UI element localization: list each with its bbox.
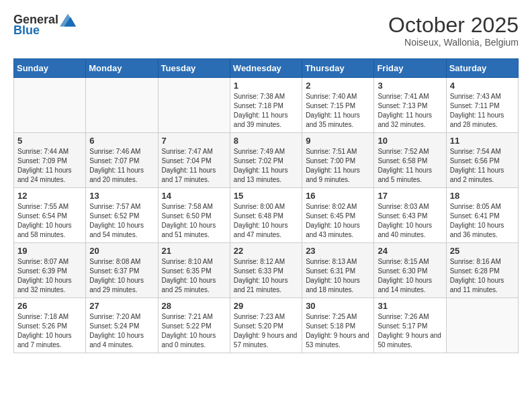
- calendar-cell: 1Sunrise: 7:38 AMSunset: 7:18 PMDaylight…: [230, 78, 302, 133]
- day-number: 24: [378, 246, 442, 256]
- day-number: 14: [162, 191, 226, 201]
- cell-content: Sunrise: 7:26 AM: [378, 312, 442, 322]
- cell-content: Sunrise: 7:21 AM: [162, 312, 226, 322]
- cell-content: Sunset: 6:35 PM: [162, 267, 226, 276]
- cell-content: Sunset: 5:18 PM: [306, 322, 370, 331]
- cell-content: Daylight: 11 hours and 5 minutes.: [378, 166, 442, 185]
- cell-content: Daylight: 10 hours and 21 minutes.: [234, 276, 298, 295]
- cell-content: Sunrise: 8:15 AM: [378, 257, 442, 267]
- cell-content: Sunrise: 8:16 AM: [450, 257, 515, 267]
- calendar-cell: 6Sunrise: 7:46 AMSunset: 7:07 PMDaylight…: [86, 133, 158, 188]
- cell-content: Sunset: 7:18 PM: [234, 101, 298, 111]
- cell-content: Sunrise: 7:23 AM: [234, 312, 298, 322]
- weekday-header-friday: Friday: [374, 59, 446, 78]
- page-header: General Blue October 2025 Noiseux, Wallo…: [13, 13, 519, 48]
- cell-content: Sunset: 6:50 PM: [162, 212, 226, 221]
- cell-content: Daylight: 11 hours and 20 minutes.: [89, 166, 154, 185]
- cell-content: Sunrise: 7:46 AM: [89, 147, 154, 156]
- weekday-header-sunday: Sunday: [14, 59, 86, 78]
- cell-content: Sunset: 5:20 PM: [234, 322, 298, 331]
- day-number: 31: [378, 301, 442, 311]
- cell-content: Daylight: 11 hours and 28 minutes.: [450, 111, 515, 130]
- cell-content: Sunset: 7:09 PM: [17, 156, 82, 166]
- weekday-header-wednesday: Wednesday: [230, 59, 302, 78]
- cell-content: Sunrise: 7:51 AM: [306, 147, 370, 156]
- month-title: October 2025: [388, 13, 519, 37]
- calendar-cell: [158, 78, 230, 133]
- cell-content: Daylight: 11 hours and 2 minutes.: [450, 166, 515, 185]
- cell-content: Sunrise: 8:08 AM: [89, 257, 154, 267]
- calendar-cell: 2Sunrise: 7:40 AMSunset: 7:15 PMDaylight…: [302, 78, 374, 133]
- calendar-cell: 3Sunrise: 7:41 AMSunset: 7:13 PMDaylight…: [374, 78, 446, 133]
- cell-content: Sunset: 5:24 PM: [89, 322, 154, 331]
- cell-content: Daylight: 10 hours and 18 minutes.: [306, 276, 370, 295]
- day-number: 8: [234, 136, 298, 146]
- day-number: 20: [89, 246, 154, 256]
- cell-content: Sunset: 6:41 PM: [450, 212, 515, 221]
- calendar-cell: [446, 298, 518, 353]
- week-row-4: 19Sunrise: 8:07 AMSunset: 6:39 PMDayligh…: [14, 243, 519, 298]
- day-number: 4: [450, 81, 515, 91]
- cell-content: Daylight: 10 hours and 32 minutes.: [17, 276, 82, 295]
- weekday-header-tuesday: Tuesday: [158, 59, 230, 78]
- calendar-cell: 20Sunrise: 8:08 AMSunset: 6:37 PMDayligh…: [86, 243, 158, 298]
- location: Noiseux, Wallonia, Belgium: [388, 37, 519, 48]
- cell-content: Sunrise: 8:10 AM: [162, 257, 226, 267]
- day-number: 3: [378, 81, 442, 91]
- cell-content: Sunset: 5:26 PM: [17, 322, 82, 331]
- cell-content: Sunset: 7:00 PM: [306, 156, 370, 166]
- title-area: October 2025 Noiseux, Wallonia, Belgium: [388, 13, 519, 48]
- logo: General Blue: [13, 13, 76, 38]
- calendar-cell: 11Sunrise: 7:54 AMSunset: 6:56 PMDayligh…: [446, 133, 518, 188]
- cell-content: Daylight: 10 hours and 25 minutes.: [162, 276, 226, 295]
- calendar-cell: [14, 78, 86, 133]
- week-row-2: 5Sunrise: 7:44 AMSunset: 7:09 PMDaylight…: [14, 133, 519, 188]
- cell-content: Sunrise: 7:49 AM: [234, 147, 298, 156]
- logo-blue: Blue: [13, 24, 40, 38]
- day-number: 15: [234, 191, 298, 201]
- calendar-cell: 21Sunrise: 8:10 AMSunset: 6:35 PMDayligh…: [158, 243, 230, 298]
- cell-content: Sunset: 7:07 PM: [89, 156, 154, 166]
- cell-content: Sunrise: 8:00 AM: [234, 202, 298, 212]
- day-number: 23: [306, 246, 370, 256]
- cell-content: Sunrise: 8:07 AM: [17, 257, 82, 267]
- day-number: 28: [162, 301, 226, 311]
- week-row-5: 26Sunrise: 7:18 AMSunset: 5:26 PMDayligh…: [14, 298, 519, 353]
- cell-content: Daylight: 11 hours and 32 minutes.: [378, 111, 442, 130]
- weekday-header-row: SundayMondayTuesdayWednesdayThursdayFrid…: [14, 59, 519, 78]
- cell-content: Sunrise: 7:38 AM: [234, 92, 298, 101]
- day-number: 2: [306, 81, 370, 91]
- cell-content: Sunrise: 8:03 AM: [378, 202, 442, 212]
- day-number: 17: [378, 191, 442, 201]
- day-number: 27: [89, 301, 154, 311]
- cell-content: Daylight: 10 hours and 4 minutes.: [89, 331, 154, 350]
- cell-content: Sunset: 6:58 PM: [378, 156, 442, 166]
- calendar-cell: 16Sunrise: 8:02 AMSunset: 6:45 PMDayligh…: [302, 188, 374, 243]
- cell-content: Sunset: 6:28 PM: [450, 267, 515, 276]
- day-number: 21: [162, 246, 226, 256]
- calendar-cell: 9Sunrise: 7:51 AMSunset: 7:00 PMDaylight…: [302, 133, 374, 188]
- day-number: 13: [89, 191, 154, 201]
- calendar-table: SundayMondayTuesdayWednesdayThursdayFrid…: [13, 58, 519, 353]
- cell-content: Daylight: 10 hours and 40 minutes.: [378, 221, 442, 240]
- cell-content: Sunrise: 7:20 AM: [89, 312, 154, 322]
- day-number: 22: [234, 246, 298, 256]
- cell-content: Sunrise: 7:25 AM: [306, 312, 370, 322]
- cell-content: Daylight: 10 hours and 43 minutes.: [306, 221, 370, 240]
- cell-content: Sunrise: 7:52 AM: [378, 147, 442, 156]
- calendar-cell: 4Sunrise: 7:43 AMSunset: 7:11 PMDaylight…: [446, 78, 518, 133]
- day-number: 18: [450, 191, 515, 201]
- cell-content: Daylight: 10 hours and 7 minutes.: [17, 331, 82, 350]
- calendar-cell: 19Sunrise: 8:07 AMSunset: 6:39 PMDayligh…: [14, 243, 86, 298]
- cell-content: Sunrise: 7:55 AM: [17, 202, 82, 212]
- cell-content: Daylight: 9 hours and 53 minutes.: [306, 331, 370, 350]
- calendar-cell: 10Sunrise: 7:52 AMSunset: 6:58 PMDayligh…: [374, 133, 446, 188]
- calendar-cell: 31Sunrise: 7:26 AMSunset: 5:17 PMDayligh…: [374, 298, 446, 353]
- cell-content: Sunset: 6:37 PM: [89, 267, 154, 276]
- day-number: 12: [17, 191, 82, 201]
- calendar-cell: 29Sunrise: 7:23 AMSunset: 5:20 PMDayligh…: [230, 298, 302, 353]
- cell-content: Sunset: 6:31 PM: [306, 267, 370, 276]
- week-row-3: 12Sunrise: 7:55 AMSunset: 6:54 PMDayligh…: [14, 188, 519, 243]
- cell-content: Sunrise: 7:58 AM: [162, 202, 226, 212]
- cell-content: Sunset: 6:54 PM: [17, 212, 82, 221]
